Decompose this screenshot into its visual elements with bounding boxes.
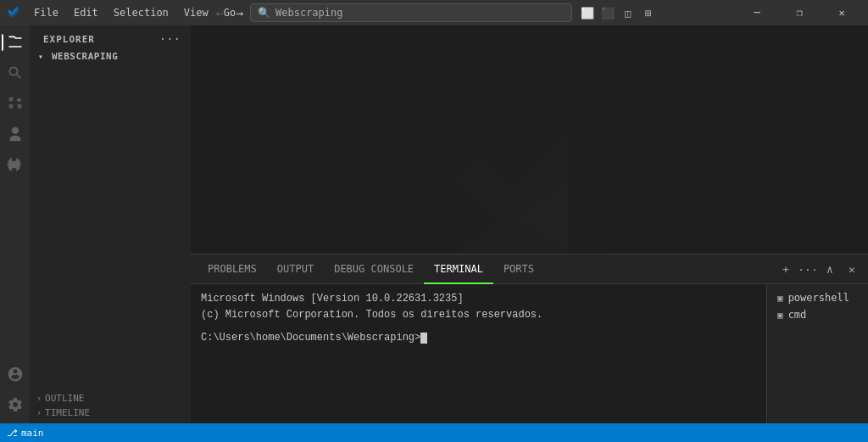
status-branch-icon: ⎇ — [7, 428, 18, 439]
shell-cmd-label: cmd — [788, 309, 807, 321]
minimize-button[interactable]: ─ — [737, 0, 776, 25]
status-bar: ⎇ main — [0, 423, 868, 442]
activity-bar — [0, 25, 30, 423]
sidebar: EXPLORER ··· ▾ WEBSCRAPING › OUTLINE › T… — [30, 25, 191, 423]
chevron-right-icon-2: › — [36, 408, 42, 417]
tab-debug-console[interactable]: DEBUG CONSOLE — [324, 255, 424, 284]
terminal-tab-actions: + ··· ∧ ✕ — [776, 260, 861, 278]
activity-debug-icon[interactable] — [2, 120, 29, 148]
layout-panel-icon[interactable]: ⬛ — [598, 3, 618, 22]
folder-name: WEBSCRAPING — [52, 51, 118, 62]
activity-files-icon[interactable] — [2, 29, 29, 56]
outline-label: OUTLINE — [45, 393, 84, 404]
terminal-panel: PROBLEMS OUTPUT DEBUG CONSOLE TERMINAL P… — [191, 254, 868, 423]
terminal-prompt-line: C:\Users\home\Documents\Webscraping> — [201, 330, 756, 346]
sidebar-more-button[interactable]: ··· — [159, 32, 181, 46]
status-branch-name: main — [21, 428, 44, 439]
search-icon: 🔍 — [258, 7, 270, 19]
terminal-prompt: C:\Users\home\Documents\Webscraping> — [201, 332, 420, 344]
timeline-label: TIMELINE — [45, 407, 90, 418]
menu-selection[interactable]: Selection — [107, 5, 175, 20]
tab-problems[interactable]: PROBLEMS — [198, 255, 267, 284]
search-text: Webscraping — [275, 7, 342, 19]
activity-settings-icon[interactable] — [2, 391, 29, 418]
shell-powershell[interactable]: ▣ powershell — [774, 289, 861, 306]
titlebar: File Edit Selection View Go Run ... ← → … — [0, 0, 868, 25]
sidebar-title: EXPLORER — [43, 34, 95, 45]
tab-terminal[interactable]: TERMINAL — [424, 255, 493, 284]
tab-output[interactable]: OUTPUT — [267, 255, 324, 284]
restore-button[interactable]: ❐ — [780, 0, 819, 25]
sidebar-header: EXPLORER ··· — [30, 25, 191, 49]
chevron-down-icon: ▾ — [38, 52, 48, 61]
layout-sidebar-icon[interactable]: ⬜ — [577, 3, 598, 22]
terminal-tabs: PROBLEMS OUTPUT DEBUG CONSOLE TERMINAL P… — [191, 255, 868, 284]
menu-file[interactable]: File — [27, 5, 65, 20]
terminal-more-button[interactable]: ··· — [798, 260, 817, 278]
vscode-logo-icon — [7, 6, 20, 20]
terminal-content[interactable]: Microsoft Windows [Version 10.0.22631.32… — [191, 284, 766, 423]
layout-grid-icon[interactable]: ⊞ — [638, 3, 659, 22]
shell-cmd-icon: ▣ — [777, 310, 783, 321]
terminal-add-button[interactable]: + — [776, 260, 795, 278]
terminal-shell-sidebar: ▣ powershell ▣ cmd — [766, 284, 868, 423]
terminal-close-button[interactable]: ✕ — [843, 260, 861, 278]
sidebar-outline[interactable]: › OUTLINE — [30, 391, 191, 406]
terminal-body: Microsoft Windows [Version 10.0.22631.32… — [191, 284, 868, 423]
nav-forward-button[interactable]: → — [230, 3, 250, 22]
tab-ports[interactable]: PORTS — [493, 255, 544, 284]
terminal-cursor — [420, 333, 427, 344]
shell-powershell-label: powershell — [788, 292, 849, 304]
nav-back-button[interactable]: ← — [209, 3, 230, 22]
menu-edit[interactable]: Edit — [67, 5, 105, 20]
main-area: EXPLORER ··· ▾ WEBSCRAPING › OUTLINE › T… — [0, 25, 868, 423]
activity-account-icon[interactable] — [2, 361, 29, 388]
layout-split-icon[interactable]: ◫ — [618, 3, 638, 22]
search-bar[interactable]: 🔍 Webscraping — [250, 3, 572, 22]
activity-extensions-icon[interactable] — [2, 151, 29, 178]
sidebar-actions: ··· — [159, 32, 181, 46]
terminal-collapse-button[interactable]: ∧ — [821, 260, 839, 278]
shell-powershell-icon: ▣ — [777, 293, 783, 304]
sidebar-timeline[interactable]: › TIMELINE — [30, 406, 191, 420]
terminal-line2: (c) Microsoft Corporation. Todos os dire… — [201, 307, 756, 323]
activity-bar-bottom — [2, 361, 29, 423]
editor-area: PROBLEMS OUTPUT DEBUG CONSOLE TERMINAL P… — [191, 25, 868, 423]
titlebar-right: ─ ❐ ✕ — [737, 0, 861, 25]
shell-cmd[interactable]: ▣ cmd — [774, 306, 861, 323]
sidebar-footer: › OUTLINE › TIMELINE — [30, 388, 191, 423]
activity-source-control-icon[interactable] — [2, 90, 29, 117]
close-button[interactable]: ✕ — [822, 0, 861, 25]
chevron-right-icon: › — [36, 394, 42, 403]
activity-search-icon[interactable] — [2, 59, 29, 87]
titlebar-center: ← → 🔍 Webscraping ⬜ ⬛ ◫ ⊞ — [209, 3, 659, 22]
explorer-folder[interactable]: ▾ WEBSCRAPING — [30, 49, 191, 64]
